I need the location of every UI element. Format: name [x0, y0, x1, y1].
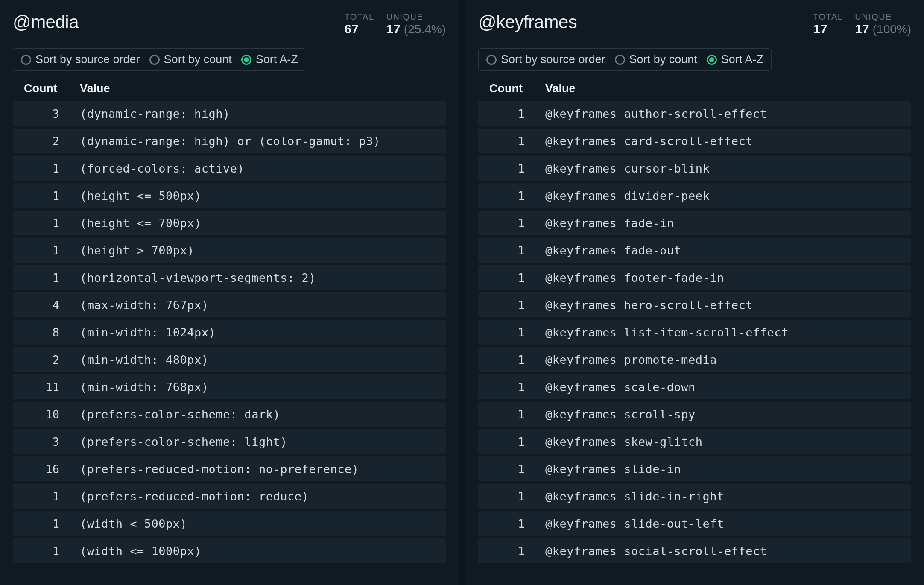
row-count: 1	[483, 517, 528, 530]
row-count: 1	[483, 244, 528, 257]
table-row[interactable]: 1(height > 700px)	[13, 238, 446, 263]
stat-total: TOTAL 67	[344, 12, 374, 36]
table-row[interactable]: 16(prefers-reduced-motion: no-preference…	[13, 456, 446, 481]
row-value: (height <= 700px)	[63, 216, 441, 230]
table-row[interactable]: 1(height <= 700px)	[13, 211, 446, 235]
row-value: @keyframes scale-down	[528, 380, 906, 394]
col-value-header: Value	[528, 82, 906, 95]
table-row[interactable]: 1(width < 500px)	[13, 511, 446, 536]
row-value: @keyframes card-scroll-effect	[528, 135, 906, 148]
table-row[interactable]: 8(min-width: 1024px)	[13, 320, 446, 345]
row-value: (prefers-color-scheme: dark)	[63, 408, 441, 421]
row-value: (dynamic-range: high) or (color-gamut: p…	[63, 135, 441, 148]
row-value: @keyframes scroll-spy	[528, 408, 906, 421]
row-value: (min-width: 768px)	[63, 380, 441, 394]
row-value: @keyframes author-scroll-effect	[528, 107, 906, 120]
col-count-header: Count	[483, 82, 528, 95]
table-row[interactable]: 4(max-width: 767px)	[13, 292, 446, 317]
sort-by-count[interactable]: Sort by count	[615, 53, 697, 66]
stat-unique-pct: (25.4%)	[404, 23, 446, 36]
radio-icon	[486, 55, 497, 65]
table-row[interactable]: 3(prefers-color-scheme: light)	[13, 429, 446, 454]
row-count: 10	[18, 408, 63, 421]
table-row[interactable]: 1@keyframes list-item-scroll-effect	[478, 320, 911, 345]
row-value: (width <= 1000px)	[63, 544, 441, 558]
row-count: 1	[18, 490, 63, 503]
radio-icon	[241, 55, 251, 65]
stat-unique-label: UNIQUE	[386, 12, 446, 22]
table-row[interactable]: 3(dynamic-range: high)	[13, 101, 446, 126]
table-row[interactable]: 2(min-width: 480px)	[13, 347, 446, 372]
row-count: 1	[18, 244, 63, 257]
sort-a-z[interactable]: Sort A-Z	[241, 53, 298, 66]
table-row[interactable]: 1@keyframes cursor-blink	[478, 156, 911, 181]
table-row[interactable]: 1@keyframes scroll-spy	[478, 402, 911, 427]
panel-title: @media	[13, 12, 79, 32]
table-header: Count Value	[13, 79, 446, 101]
panel-header: @media TOTAL 67 UNIQUE 17 (25.4%)	[13, 12, 446, 36]
row-count: 16	[18, 462, 63, 476]
row-count: 1	[18, 189, 63, 202]
radio-icon	[707, 55, 717, 65]
table-row[interactable]: 1@keyframes divider-peek	[478, 183, 911, 208]
row-count: 2	[18, 353, 63, 366]
sort-label: Sort by source order	[35, 53, 140, 66]
table-row[interactable]: 1@keyframes slide-out-left	[478, 511, 911, 536]
table-row[interactable]: 1@keyframes fade-in	[478, 211, 911, 235]
row-value: @keyframes fade-in	[528, 216, 906, 230]
sort-a-z[interactable]: Sort A-Z	[707, 53, 763, 66]
sort-label: Sort by source order	[501, 53, 605, 66]
table-row[interactable]: 1@keyframes social-scroll-effect	[478, 538, 911, 563]
row-value: @keyframes promote-media	[528, 353, 906, 366]
table-row[interactable]: 2(dynamic-range: high) or (color-gamut: …	[13, 129, 446, 153]
table-row[interactable]: 1@keyframes skew-glitch	[478, 429, 911, 454]
row-value: (horizontal-viewport-segments: 2)	[63, 271, 441, 284]
row-count: 1	[483, 408, 528, 421]
sort-source-order[interactable]: Sort by source order	[486, 53, 605, 66]
table-row[interactable]: 1(width <= 1000px)	[13, 538, 446, 563]
row-value: @keyframes slide-out-left	[528, 517, 906, 530]
table-row[interactable]: 10(prefers-color-scheme: dark)	[13, 402, 446, 427]
row-count: 1	[18, 544, 63, 558]
row-value: @keyframes skew-glitch	[528, 435, 906, 448]
table-row[interactable]: 1@keyframes card-scroll-effect	[478, 129, 911, 153]
row-count: 11	[18, 380, 63, 394]
row-value: @keyframes list-item-scroll-effect	[528, 326, 906, 339]
row-count: 1	[18, 216, 63, 230]
table-row[interactable]: 1@keyframes promote-media	[478, 347, 911, 372]
table-row[interactable]: 1(horizontal-viewport-segments: 2)	[13, 265, 446, 290]
row-count: 2	[18, 135, 63, 148]
table-row[interactable]: 1(height <= 500px)	[13, 183, 446, 208]
row-count: 1	[18, 517, 63, 530]
row-count: 1	[483, 135, 528, 148]
table-row[interactable]: 1(forced-colors: active)	[13, 156, 446, 181]
media-panel: @media TOTAL 67 UNIQUE 17 (25.4%) Sort b…	[0, 0, 459, 585]
table-row[interactable]: 1@keyframes fade-out	[478, 238, 911, 263]
table-row[interactable]: 1(prefers-reduced-motion: reduce)	[13, 484, 446, 509]
table-row[interactable]: 1@keyframes author-scroll-effect	[478, 101, 911, 126]
sort-by-count[interactable]: Sort by count	[149, 53, 232, 66]
radio-icon	[21, 55, 31, 65]
row-value: (prefers-color-scheme: light)	[63, 435, 441, 448]
row-value: @keyframes slide-in	[528, 462, 906, 476]
row-count: 1	[483, 298, 528, 312]
table-row[interactable]: 1@keyframes hero-scroll-effect	[478, 292, 911, 317]
row-count: 1	[483, 271, 528, 284]
row-value: @keyframes footer-fade-in	[528, 271, 906, 284]
table-row[interactable]: 1@keyframes footer-fade-in	[478, 265, 911, 290]
table-row[interactable]: 1@keyframes slide-in	[478, 456, 911, 481]
panel-stats: TOTAL 17 UNIQUE 17 (100%)	[813, 12, 911, 36]
stat-unique: UNIQUE 17 (100%)	[855, 12, 911, 36]
table-row[interactable]: 11(min-width: 768px)	[13, 374, 446, 399]
sort-source-order[interactable]: Sort by source order	[21, 53, 140, 66]
col-count-header: Count	[18, 82, 63, 95]
row-value: @keyframes divider-peek	[528, 189, 906, 202]
stat-total-label: TOTAL	[813, 12, 843, 22]
table-row[interactable]: 1@keyframes scale-down	[478, 374, 911, 399]
row-count: 3	[18, 107, 63, 120]
row-count: 1	[483, 162, 528, 175]
table-row[interactable]: 1@keyframes slide-in-right	[478, 484, 911, 509]
col-value-header: Value	[63, 82, 441, 95]
row-value: @keyframes social-scroll-effect	[528, 544, 906, 558]
radio-icon	[149, 55, 160, 65]
